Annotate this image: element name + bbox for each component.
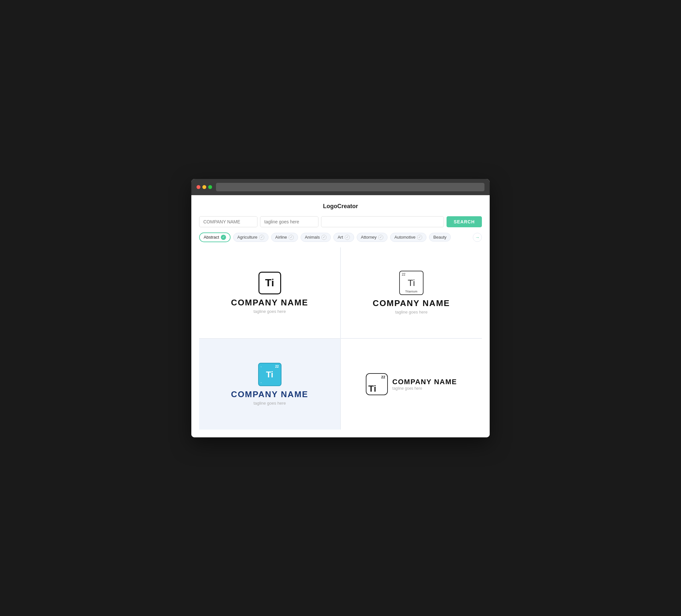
ti-horizontal-logo-4: 22 Ti COMPANY NAME tagline goes here [366, 373, 457, 395]
logo-grid: Ti COMPANY NAME tagline goes here 22 Ti … [199, 247, 482, 430]
filter-chip-automotive[interactable]: Automotive ✓ [390, 233, 426, 242]
address-bar [216, 183, 484, 191]
tagline-1: tagline goes here [254, 309, 286, 314]
app-title: LogoCreator [199, 203, 482, 210]
ti-symbol-1: Ti [265, 277, 274, 289]
filter-label-agriculture: Agriculture [237, 235, 257, 239]
logo-card-2[interactable]: 22 Ti Titanium COMPANY NAME tagline goes… [341, 247, 482, 338]
ti-box-logo-1: Ti [258, 272, 281, 294]
company-name-4: COMPANY NAME [393, 378, 457, 386]
check-icon-abstract: ✓ [221, 235, 226, 240]
tagline-input[interactable] [260, 216, 319, 227]
filter-bar: Abstract ✓ Agriculture ✓ Airline ✓ Anima… [199, 232, 482, 242]
browser-chrome [191, 179, 490, 195]
filter-chip-abstract[interactable]: Abstract ✓ [199, 232, 231, 242]
filter-chip-art[interactable]: Art ✓ [333, 233, 354, 242]
ti-colored-logo-3: - 22 Ti - [258, 363, 281, 386]
company-name-1: COMPANY NAME [231, 298, 308, 308]
filter-label-automotive: Automotive [394, 235, 415, 239]
filter-chip-agriculture[interactable]: Agriculture ✓ [233, 233, 269, 242]
company-name-input[interactable] [199, 216, 257, 227]
tagline-4: tagline goes here [393, 386, 457, 391]
atomic-num-2: 22 [402, 273, 405, 276]
logo4-text-group: COMPANY NAME tagline goes here [393, 378, 457, 391]
filter-label-animals: Animals [305, 235, 320, 239]
check-icon-automotive: ✓ [417, 235, 422, 240]
check-icon-animals: ✓ [321, 235, 327, 240]
ti-symbol-3: Ti [266, 370, 273, 379]
minimize-button[interactable] [202, 185, 206, 189]
ti-symbol-4: Ti [369, 384, 376, 393]
superscript-4: 22 [381, 375, 385, 379]
dash-tl: - [261, 365, 262, 368]
tagline-2: tagline goes here [395, 310, 428, 314]
filter-chip-airline[interactable]: Airline ✓ [271, 233, 298, 242]
filter-label-attorney: Attorney [361, 235, 377, 239]
check-icon-attorney: ✓ [378, 235, 383, 240]
browser-window: LogoCreator SEARCH Abstract ✓ Agricultur… [191, 179, 490, 437]
arrow-right-icon: → [475, 235, 480, 240]
app-content: LogoCreator SEARCH Abstract ✓ Agricultur… [191, 195, 490, 437]
search-bar: SEARCH [199, 216, 482, 227]
ti-periodic-logo-2: 22 Ti Titanium [399, 271, 424, 295]
logo-card-1[interactable]: Ti COMPANY NAME tagline goes here [199, 247, 340, 338]
check-icon-agriculture: ✓ [259, 235, 264, 240]
filter-label-abstract: Abstract [204, 235, 219, 239]
close-button[interactable] [197, 185, 200, 189]
filter-chip-beauty[interactable]: Beauty [429, 233, 450, 241]
check-icon-art: ✓ [345, 235, 350, 240]
ti-symbol-2: Ti [408, 279, 415, 288]
filter-next-button[interactable]: → [473, 233, 482, 242]
filter-chip-animals[interactable]: Animals ✓ [301, 233, 331, 242]
element-name-2: Titanium [405, 290, 418, 293]
ti-box-outline-4: 22 Ti [366, 373, 388, 395]
filter-label-art: Art [337, 235, 343, 239]
filter-label-airline: Airline [275, 235, 287, 239]
logo-card-3[interactable]: - 22 Ti - COMPANY NAME tagline goes here [199, 339, 340, 430]
company-name-2: COMPANY NAME [373, 298, 450, 308]
maximize-button[interactable] [208, 185, 212, 189]
dash-bl: - [261, 381, 262, 384]
filter-label-beauty: Beauty [433, 235, 446, 239]
check-icon-airline: ✓ [288, 235, 294, 240]
logo-card-4[interactable]: 22 Ti COMPANY NAME tagline goes here [341, 339, 482, 430]
company-name-3: COMPANY NAME [231, 389, 308, 400]
filter-chip-attorney[interactable]: Attorney ✓ [357, 233, 387, 242]
keyword-input[interactable] [321, 216, 444, 227]
search-button[interactable]: SEARCH [447, 216, 482, 227]
tagline-3: tagline goes here [254, 401, 286, 406]
traffic-lights [197, 185, 212, 189]
atomic-num-3: 22 [275, 365, 279, 368]
